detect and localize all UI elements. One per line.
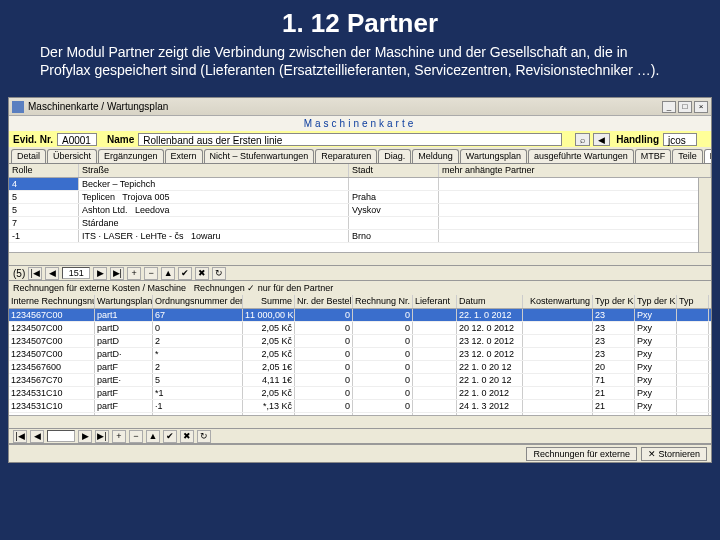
maximize-button[interactable]: □ (678, 101, 692, 113)
nav2-next[interactable]: ▶ (78, 430, 92, 443)
partner-table-header: Rolle Straße Stadt mehr anhängte Partner (9, 164, 711, 178)
col-datum[interactable]: Datum (457, 295, 523, 308)
partner-row[interactable]: 5Ashton Ltd. LeedovaVyskov (9, 204, 711, 217)
nav2-confirm[interactable]: ✔ (163, 430, 177, 443)
col-invoice[interactable]: Interne Rechnungsnummer (9, 295, 95, 308)
col-typk3[interactable]: Typ (677, 295, 709, 308)
nav-prev[interactable]: ◀ (45, 267, 59, 280)
tab-teile[interactable]: Teile (672, 149, 703, 163)
name-field[interactable]: Rollenband aus der Ersten linie (138, 133, 562, 146)
tab-erg-nzungen[interactable]: Ergänzungen (98, 149, 164, 163)
invoice-row[interactable]: 1234567C00part16711 000,00 Kč0022. 1. 0 … (9, 309, 711, 322)
col-rechnung[interactable]: Rechnung Nr. (353, 295, 413, 308)
app-icon (12, 101, 24, 113)
nav2-remove[interactable]: − (129, 430, 143, 443)
nav2-refresh[interactable]: ↻ (197, 430, 211, 443)
invoice-row[interactable]: 1234507C00partD02,05 Kč0020 12. 0 201223… (9, 322, 711, 335)
col-sum[interactable]: Summe (243, 295, 295, 308)
info-bar: Evid. Nr. A0001 Name Rollenband aus der … (9, 131, 711, 147)
col-bestell[interactable]: Nr. der Bestellung (295, 295, 353, 308)
window-subtitle: Maschinenkarte (9, 116, 711, 131)
footer-invoice-button[interactable]: Rechnungen für externe (526, 447, 637, 461)
evid-label: Evid. Nr. (13, 134, 53, 145)
nav-edit[interactable]: ▲ (161, 267, 175, 280)
handling-field[interactable]: jcos (663, 133, 697, 146)
nav2-index-field[interactable] (47, 430, 75, 442)
nav-next[interactable]: ▶ (93, 267, 107, 280)
invoice-row[interactable]: 1234567680partD52,05 Kč0023 12. 0 201223… (9, 413, 711, 415)
invoice-row[interactable]: 1234531C10partF*12,05 Kč0022 1. 0 201221… (9, 387, 711, 400)
partner-table: Rolle Straße Stadt mehr anhängte Partner… (9, 164, 711, 252)
nav2-first[interactable]: |◀ (13, 430, 27, 443)
horizontal-scrollbar[interactable] (9, 252, 711, 265)
section-label: Rechnungen für externe Kosten / Maschine… (9, 281, 711, 295)
tab-detail[interactable]: Detail (11, 149, 46, 163)
tab-reparaturen[interactable]: Reparaturen (315, 149, 377, 163)
col-lieferant[interactable]: Lieferant (413, 295, 457, 308)
tab-meldung[interactable]: Meldung (412, 149, 459, 163)
evid-field[interactable]: A0001 (57, 133, 97, 146)
name-label: Name (107, 134, 134, 145)
col-stadt[interactable]: Stadt (349, 164, 439, 177)
slide-description: Der Modul Partner zeigt die Verbindung z… (0, 43, 720, 89)
nav-add[interactable]: + (127, 267, 141, 280)
search-button[interactable]: ⌕ (575, 133, 590, 146)
nav2-edit[interactable]: ▲ (146, 430, 160, 443)
tab--bersicht[interactable]: Übersicht (47, 149, 97, 163)
invoice-scrollbar[interactable] (9, 415, 711, 428)
tab-ausgef-hrte-wartungen[interactable]: ausgeführte Wartungen (528, 149, 634, 163)
footer-cancel-button[interactable]: ✕ Stornieren (641, 447, 707, 461)
window-title: Maschinenkarte / Wartungsplan (28, 101, 168, 112)
invoice-row[interactable]: 1234567C70partE·54,11 1€0022 1. 0 20 127… (9, 374, 711, 387)
col-strasse[interactable]: Straße (79, 164, 349, 177)
invoice-row[interactable]: 1234567600partF22,05 1€0022 1. 0 20 1220… (9, 361, 711, 374)
nav2-prev[interactable]: ◀ (30, 430, 44, 443)
partner-row[interactable]: -1ITS · LASER · LeHTe - čs 1owaruBrno (9, 230, 711, 243)
tab-nicht-stufenwartungen[interactable]: Nicht – Stufenwartungen (204, 149, 315, 163)
slide-title: 1. 12 Partner (0, 0, 720, 43)
col-typk2[interactable]: Typ der K. (635, 295, 677, 308)
col-kosten[interactable]: Kostenwartung (523, 295, 593, 308)
nav2-cancel[interactable]: ✖ (180, 430, 194, 443)
tab-mtbf[interactable]: MTBF (635, 149, 672, 163)
col-order[interactable]: Ordnungsnummer der Wartung (153, 295, 243, 308)
tab-extern[interactable]: Extern (165, 149, 203, 163)
nav2-last[interactable]: ▶| (95, 430, 109, 443)
nav-toolbar-2: |◀ ◀ ▶ ▶| + − ▲ ✔ ✖ ↻ (9, 428, 711, 444)
row-count: (5) (13, 268, 25, 279)
tab-diag-[interactable]: Diag. (378, 149, 411, 163)
invoice-row[interactable]: 1234507C00partD·*2,05 Kč0023 12. 0 20122… (9, 348, 711, 361)
partner-row[interactable]: 4Becker – Tepichch (9, 178, 711, 191)
nav-first[interactable]: |◀ (28, 267, 42, 280)
col-note[interactable]: mehr anhängte Partner (439, 164, 711, 177)
footer: Rechnungen für externe ✕ Stornieren (9, 444, 711, 462)
col-rolle[interactable]: Rolle (9, 164, 79, 177)
nav-refresh[interactable]: ↻ (212, 267, 226, 280)
back-button[interactable]: ◀ (593, 133, 610, 146)
app-window: Maschinenkarte / Wartungsplan _ □ × Masc… (8, 97, 712, 463)
nav-confirm[interactable]: ✔ (178, 267, 192, 280)
nav-last[interactable]: ▶| (110, 267, 124, 280)
nav2-add[interactable]: + (112, 430, 126, 443)
nav-index-field[interactable]: 151 (62, 267, 90, 279)
invoice-row[interactable]: 1234507C00partD22,05 Kč0023 12. 0 201223… (9, 335, 711, 348)
invoice-row[interactable]: 1234531C10partF·1*,13 Kč0024 1. 3 201221… (9, 400, 711, 413)
invoice-table-header: Interne Rechnungsnummer Wartungsplan Ord… (9, 295, 711, 309)
nav-cancel[interactable]: ✖ (195, 267, 209, 280)
close-button[interactable]: × (694, 101, 708, 113)
tab-partner[interactable]: Partner (704, 149, 711, 163)
partner-row[interactable]: 5Teplicen Trojova 005Praha (9, 191, 711, 204)
nav-remove[interactable]: − (144, 267, 158, 280)
col-typk1[interactable]: Typ der K. (593, 295, 635, 308)
partner-row[interactable]: 7Stárdane (9, 217, 711, 230)
tab-strip: DetailÜbersichtErgänzungenExternNicht – … (9, 147, 711, 164)
tab-wartungsplan[interactable]: Wartungsplan (460, 149, 527, 163)
vertical-scrollbar[interactable] (698, 178, 711, 252)
nav-toolbar: (5) |◀ ◀ 151 ▶ ▶| + − ▲ ✔ ✖ ↻ (9, 265, 711, 281)
handling-label: Handling (616, 134, 659, 145)
invoice-table: Interne Rechnungsnummer Wartungsplan Ord… (9, 295, 711, 415)
col-wplan[interactable]: Wartungsplan (95, 295, 153, 308)
titlebar: Maschinenkarte / Wartungsplan _ □ × (9, 98, 711, 116)
minimize-button[interactable]: _ (662, 101, 676, 113)
